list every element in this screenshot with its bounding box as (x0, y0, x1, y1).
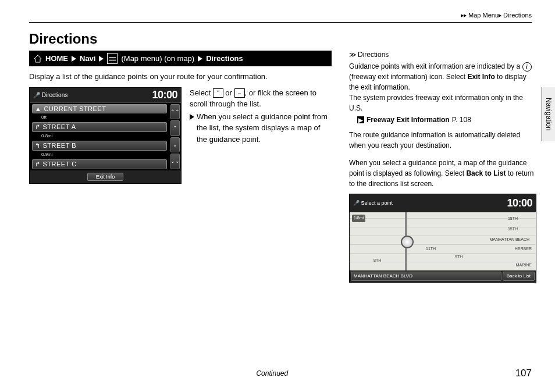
row-name: STREET A (43, 123, 76, 130)
screen2-time: 10:00 (507, 195, 532, 211)
street-label: MARINE (515, 262, 532, 269)
down-key-icon: ⌄ (234, 88, 245, 98)
instruction-p2: When you select a guidance point from th… (190, 111, 332, 145)
mic-icon: 🎤 (353, 199, 361, 208)
directions-screen: 🎤 Directions 10:00 ▲ CURRENT STREET 0ft (29, 87, 182, 184)
nav-home: HOME (45, 54, 68, 63)
section-title: Directions (29, 31, 532, 47)
row-name: STREET C (43, 161, 77, 168)
side-p4: When you select a guidance point, a map … (349, 158, 536, 189)
triangle-icon (72, 56, 76, 62)
street-label: 15TH (507, 226, 518, 233)
side-p3: The route guidance information is automa… (349, 130, 536, 151)
xref-icon: ▶ (357, 116, 364, 123)
triangle-icon (499, 14, 501, 17)
instruction-p1: Select ⌃ or ⌄, or flick the screen to sc… (190, 87, 332, 110)
scroll-bottom-button[interactable]: ⌄⌄ (170, 154, 180, 169)
guidance-point-icon (401, 236, 414, 248)
scroll-top-button[interactable]: ⌃⌃ (170, 104, 180, 120)
mic-icon: 🎤 (33, 92, 42, 98)
up-key-icon: ⌃ (213, 88, 223, 98)
map-canvas[interactable]: 1/8mi 18TH 15TH MANHATTAN BEACH 11TH 9TH… (350, 212, 536, 270)
list-item[interactable]: ↱ STREET C (32, 159, 167, 169)
turn-left-icon: ↰ (35, 142, 41, 149)
map-screen: 🎤 Select a point 10:00 1/8mi 18TH 15TH M… (349, 194, 536, 283)
scroll-down-button[interactable]: ⌄ (170, 137, 180, 153)
row-dist: 0.9mi (30, 152, 169, 158)
street-label: 8TH (373, 258, 382, 264)
nav-navi: Navi (80, 54, 95, 63)
cross-reference: ▶ Freeway Exit Information P. 108 (357, 115, 536, 125)
list-item[interactable]: ↱ STREET A (32, 122, 167, 132)
row-dist: 0ft (30, 115, 169, 121)
side-header: ≫ Directions (349, 51, 536, 59)
current-loc-icon: ▲ (35, 105, 41, 112)
page-number: 107 (515, 368, 532, 379)
continued-label: Continued (29, 369, 515, 377)
map-address: MANHATTAN BEACH BLVD (351, 272, 501, 281)
row-name: CURRENT STREET (44, 105, 106, 112)
screen1-title: Directions (42, 92, 152, 98)
turn-right-icon: ↱ (35, 161, 41, 168)
street-label: 9TH (454, 254, 463, 261)
section-tab: Navigation (542, 87, 555, 141)
triangle-icon (190, 114, 194, 120)
side-p2: The system provides freeway exit informa… (349, 92, 536, 113)
triangle-icon (99, 56, 104, 62)
street-label: HERBER (514, 246, 532, 252)
intro-text: Display a list of the guidance points on… (29, 71, 332, 83)
nav-mapmenu: (Map menu) (on map) (121, 54, 194, 63)
list-item[interactable]: ▲ CURRENT STREET (32, 104, 167, 113)
breadcrumb: Map Menu Directions (29, 12, 532, 23)
turn-right-icon: ↱ (35, 123, 41, 131)
breadcrumb-l1: Map Menu (468, 12, 499, 19)
side-header-text: Directions (358, 51, 389, 59)
xref-page: P. 108 (452, 115, 471, 125)
breadcrumb-l2: Directions (503, 12, 532, 19)
triangle-icon (464, 14, 467, 17)
menu-icon (107, 53, 118, 64)
exit-info-button[interactable]: Exit Info (87, 173, 124, 181)
street-label: MANHATTAN BEACH (489, 237, 530, 243)
street-label: 18TH (507, 216, 518, 222)
map-scale: 1/8mi (352, 215, 365, 222)
chevron-icon: ≫ (349, 51, 357, 59)
row-dist: 0.8mi (30, 133, 169, 140)
scroll-up-button[interactable]: ⌃ (170, 120, 180, 136)
nav-path: HOME Navi (Map menu) (on map) Directions (29, 51, 332, 66)
freeway-exit-info-icon: i (522, 62, 532, 72)
nav-directions: Directions (206, 54, 243, 63)
screen2-title: Select a point (361, 199, 507, 208)
triangle-icon (198, 56, 202, 62)
list-item[interactable]: ↰ STREET B (32, 141, 167, 151)
screen1-time: 10:00 (152, 89, 177, 101)
back-to-list-button[interactable]: Back to List (503, 272, 535, 281)
xref-label: Freeway Exit Information (367, 115, 450, 125)
row-name: STREET B (43, 142, 77, 149)
street-label: 11TH (425, 246, 436, 252)
home-icon (34, 55, 42, 63)
side-p1: Guidance points with exit information ar… (349, 61, 536, 92)
